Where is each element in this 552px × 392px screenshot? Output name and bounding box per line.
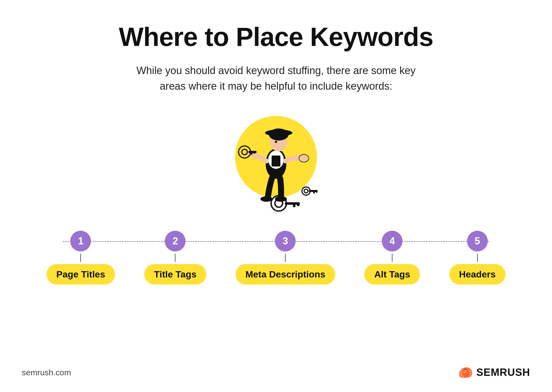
illustration-area [221,110,331,214]
node-circle-2: 2 [165,231,186,251]
footer-url: semrush.com [22,368,71,377]
node-1: 1 Page Titles [46,231,115,285]
node-label-4: Alt Tags [364,264,420,285]
node-5: 5 Headers [449,231,506,285]
svg-rect-10 [251,151,252,155]
node-2: 2 Title Tags [144,231,207,285]
svg-rect-24 [316,190,318,193]
semrush-logo: SEMRUSH [458,367,530,378]
node-4: 4 Alt Tags [364,231,420,285]
page-title: Where to Place Keywords [119,22,433,52]
nodes-row: 1 Page Titles 2 Title Tags 3 Meta Descri… [30,231,522,285]
page-subtitle: While you should avoid keyword stuffing,… [126,63,426,94]
semrush-icon [458,367,473,378]
svg-rect-22 [309,190,317,192]
svg-point-13 [260,196,272,202]
svg-rect-19 [297,202,300,206]
svg-point-6 [275,141,277,143]
node-label-3: Meta Descriptions [236,264,335,285]
svg-point-29 [464,371,465,372]
svg-rect-23 [313,190,315,194]
svg-rect-18 [293,202,295,207]
svg-rect-11 [254,151,255,154]
svg-point-12 [299,154,309,162]
node-circle-4: 4 [382,231,403,251]
node-stem-3 [285,254,286,262]
node-stem-2 [175,254,175,262]
diagram-section: 1 Page Titles 2 Title Tags 3 Meta Descri… [30,231,522,285]
node-stem-4 [392,254,392,262]
character-illustration [221,110,331,214]
node-label-2: Title Tags [144,264,207,285]
page-container: Where to Place Keywords While you should… [0,0,552,392]
node-label-5: Headers [449,264,506,285]
node-stem-1 [80,254,81,262]
svg-point-5 [265,130,292,136]
node-stem-5 [477,254,478,262]
svg-rect-2 [272,156,280,166]
node-circle-1: 1 [70,231,91,251]
node-3: 3 Meta Descriptions [236,231,335,285]
footer: semrush.com SEMRUSH [22,367,530,378]
node-circle-3: 3 [275,231,296,251]
node-circle-5: 5 [467,231,488,251]
semrush-brand-name: SEMRUSH [476,367,530,378]
svg-point-21 [304,189,308,193]
node-label-1: Page Titles [46,264,115,285]
